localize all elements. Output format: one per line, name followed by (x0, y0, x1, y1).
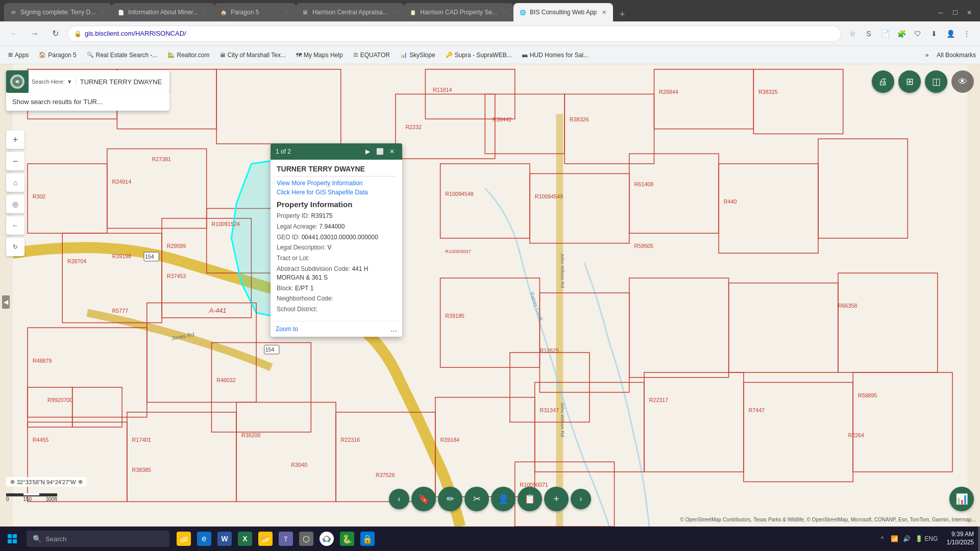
left-panel-toggle[interactable]: ◀ (2, 295, 10, 309)
new-tab-button[interactable]: + (615, 7, 629, 21)
minimize-button[interactable]: ─ (934, 6, 947, 19)
taskbar-excel[interactable]: X (235, 527, 255, 551)
taskbar-app-4[interactable]: 🐍 (337, 527, 357, 551)
view-property-link[interactable]: View More Property Information (277, 180, 396, 187)
extensions-icon[interactable]: 🧩 (894, 27, 909, 41)
tab-gmail-close[interactable]: ✕ (99, 8, 107, 16)
hide-button[interactable]: 👁 (951, 70, 974, 93)
tab-mineral[interactable]: 📄 Information About Miner... ✕ (112, 3, 214, 21)
account-icon[interactable]: 👤 (943, 27, 958, 41)
bookmark-real-estate[interactable]: 🔍 Real Estate Search -... (83, 49, 162, 61)
bookmark-skyslope[interactable]: 📊 SkySlope (396, 49, 439, 61)
print-button[interactable]: 🖨 (872, 70, 894, 93)
taskbar-search-bar[interactable]: 🔍 Search (27, 531, 169, 547)
zoom-out-button[interactable]: − (6, 152, 24, 170)
tab-mineral-close[interactable]: ✕ (201, 8, 209, 16)
system-tray: ^ 📶 🔊 🔋 ENG (871, 534, 943, 544)
bookmark-star-icon[interactable]: ☆ (845, 27, 860, 41)
next-tool-button[interactable]: › (571, 489, 591, 509)
refresh-arrows-button[interactable]: ↻ (6, 238, 24, 256)
maximize-button[interactable]: ☐ (948, 6, 962, 19)
taskbar-files[interactable]: 📂 (255, 527, 276, 551)
layers-button[interactable]: ◫ (925, 70, 947, 93)
search-bar: Search Here: ▼ ✕ 🔍 Show search results f… (6, 70, 169, 93)
close-button[interactable]: ✕ (963, 6, 976, 19)
url-bar[interactable]: 🔒 gis.bisclient.com/HARRISONCAD/ (67, 26, 841, 42)
bookmark-hud[interactable]: 🏘 HUD Homes for Sal... (518, 49, 593, 61)
draw-tool-button[interactable]: ✏ (438, 487, 462, 511)
menu-icon[interactable]: ⋮ (960, 27, 974, 41)
tab-harrison-appraisal[interactable]: 🏛 Harrison Central Appraisa... ✕ (296, 3, 404, 21)
taskbar-app-3[interactable]: ⬡ (296, 527, 316, 551)
map-container[interactable]: R26395 R13039 R2232 R11814 R38442 R38326… (0, 64, 980, 527)
bookmark-supra[interactable]: 🔑 Supra - SupraWEB... (442, 49, 516, 61)
back-arrow-button[interactable]: ← (6, 216, 24, 235)
taskbar-clock[interactable]: 9:39 AM 1/10/2025 (943, 531, 978, 546)
coordinates-display: ⊕ 32°33'58"N 94°24'27"W ⊕ (6, 477, 87, 487)
tab-paragon[interactable]: 🏠 Paragon 5 ✕ (214, 3, 296, 21)
tab-harrison-cad[interactable]: 📋 Harrison CAD Property Se... ✕ (404, 3, 513, 21)
home-button[interactable]: ⌂ (6, 173, 24, 192)
bookmark-mymaps[interactable]: 🗺 My Maps Help (292, 49, 347, 61)
pdf-icon[interactable]: 📄 (878, 27, 892, 41)
tab-harrison-appraisal-close[interactable]: ✕ (390, 8, 399, 16)
tab-bis[interactable]: 🌐 BIS Consulting Web App ✕ (513, 3, 613, 21)
start-button[interactable] (0, 527, 24, 551)
bookmarks-more-button[interactable]: » (921, 49, 933, 61)
search-dropdown-arrow[interactable]: ▼ (67, 79, 72, 85)
bookmark-marshall[interactable]: 🏛 City of Marshall Tex... (216, 49, 290, 61)
location-button[interactable]: ◎ (6, 195, 24, 213)
bitwarden-icon[interactable]: 🛡 (911, 27, 925, 41)
reload-button[interactable]: ↻ (47, 26, 63, 42)
tab-gmail[interactable]: ✉ Signing complete: Terry D... ✕ (4, 3, 112, 21)
taskbar-file-explorer[interactable]: 📁 (174, 527, 194, 551)
bookmark-apps[interactable]: ⊞ Apps (4, 49, 33, 61)
zoom-to-link[interactable]: Zoom to (276, 325, 390, 333)
bookmark-paragon[interactable]: 🏠 Paragon 5 (35, 49, 80, 61)
prev-tool-button[interactable]: ‹ (389, 489, 409, 509)
tray-language[interactable]: ENG (926, 534, 937, 544)
zoom-in-button[interactable]: + (6, 131, 24, 149)
tab-paragon-close[interactable]: ✕ (283, 8, 291, 16)
grid-button[interactable]: ⊞ (898, 70, 921, 93)
svg-text:R9920700: R9920700 (47, 397, 72, 403)
tab-bar: ✉ Signing complete: Terry D... ✕ 📄 Infor… (0, 0, 980, 21)
gis-shapefile-link[interactable]: Click Here for GIS Shapefile Data (277, 189, 396, 196)
popup-play-button[interactable]: ▶ (362, 146, 373, 157)
add-tool-button[interactable]: + (544, 487, 569, 511)
tab-harrison-cad-close[interactable]: ✕ (500, 8, 508, 16)
popup-more-button[interactable]: ... (390, 324, 397, 334)
report-tool-button[interactable]: 📋 (518, 487, 542, 511)
map-attribution: © OpenStreetMap Contributors, Texas Park… (680, 517, 976, 522)
taskbar-teams[interactable]: T (276, 527, 296, 551)
bookmark-equator[interactable]: ⚖ EQUATOR (349, 49, 394, 61)
taskbar-app-5[interactable]: 🔒 (357, 527, 378, 551)
svg-text:R38326: R38326 (570, 116, 589, 122)
report-button[interactable]: 📊 (949, 487, 974, 511)
tray-volume[interactable]: 🔊 (902, 534, 912, 544)
cut-tool-button[interactable]: ✂ (464, 487, 489, 511)
popup-close-button[interactable]: ✕ (387, 146, 397, 157)
all-bookmarks-label[interactable]: All Bookmarks (937, 52, 976, 59)
search-input[interactable] (76, 73, 169, 91)
app-logo[interactable] (6, 70, 29, 93)
search-suggestion[interactable]: Show search results for TUR... (6, 93, 169, 111)
taskbar-chrome[interactable] (316, 527, 337, 551)
tray-arrow[interactable]: ^ (877, 534, 888, 544)
bookmark-tool-button[interactable]: 🔖 (411, 487, 436, 511)
tab-paragon-title: Paragon 5 (231, 9, 280, 16)
paragon-favicon: 🏠 (219, 8, 228, 16)
forward-button[interactable]: → (27, 26, 43, 42)
bookmark-realtor[interactable]: 🏡 Realtor.com (163, 49, 213, 61)
tab-bis-close[interactable]: ✕ (600, 8, 608, 16)
back-button[interactable]: ← (6, 26, 22, 42)
suitcase-icon[interactable]: S (862, 27, 876, 41)
tray-network[interactable]: 📶 (890, 534, 900, 544)
taskbar-word[interactable]: W (214, 527, 235, 551)
tray-battery[interactable]: 🔋 (914, 534, 924, 544)
show-desktop-button[interactable] (978, 527, 980, 551)
taskbar-edge[interactable]: e (194, 527, 214, 551)
popup-expand-button[interactable]: ⬜ (375, 146, 385, 157)
identify-tool-button[interactable]: 👤 (491, 487, 516, 511)
download-icon[interactable]: ⬇ (927, 27, 941, 41)
